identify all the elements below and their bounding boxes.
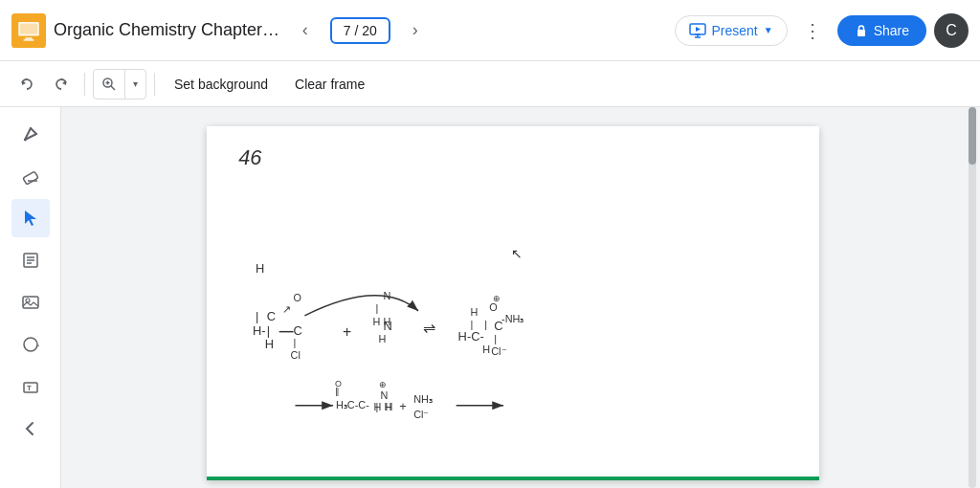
zoom-dropdown-button[interactable]: ▾ [124, 70, 145, 99]
prev-slide-button[interactable]: ‹ [288, 13, 323, 48]
main-content: • T 46 H | H- C [0, 107, 980, 488]
sidebar-pen-button[interactable] [11, 115, 50, 153]
toolbar-divider-2 [154, 73, 155, 96]
sidebar-textbox-button[interactable]: T [11, 367, 50, 406]
user-avatar[interactable]: C [934, 13, 969, 48]
undo-icon [18, 76, 35, 93]
svg-text:|: | [484, 319, 487, 330]
set-background-button[interactable]: Set background [163, 69, 279, 100]
svg-text:|: | [267, 323, 270, 338]
share-button[interactable]: Share [837, 15, 926, 46]
svg-text:⇌: ⇌ [423, 320, 435, 336]
image-icon [21, 293, 40, 312]
right-panel [965, 107, 980, 488]
svg-rect-10 [858, 30, 865, 36]
slide-area[interactable]: 46 H | H- C | H O ↗ C | Cl [61, 107, 965, 488]
present-dropdown-icon: ▼ [764, 25, 773, 35]
redo-button[interactable] [46, 69, 77, 100]
svg-text:↗: ↗ [282, 303, 291, 315]
svg-text:H-C-: H-C- [458, 329, 484, 344]
next-slide-button[interactable]: › [398, 13, 433, 48]
svg-text:H: H [379, 333, 387, 344]
svg-text:N: N [383, 319, 391, 333]
svg-rect-4 [24, 39, 34, 41]
svg-rect-21 [22, 171, 37, 185]
present-button[interactable]: Present ▼ [675, 15, 788, 46]
svg-text:H: H [256, 261, 264, 276]
svg-text:H: H [470, 306, 478, 318]
svg-text:‖: ‖ [335, 387, 340, 396]
svg-line-18 [31, 128, 36, 134]
sidebar-shape-button[interactable]: • [11, 325, 50, 364]
svg-text:Cl: Cl [291, 349, 301, 361]
svg-text:T: T [27, 384, 32, 392]
present-icon [689, 22, 706, 39]
svg-text:|: | [376, 401, 379, 412]
svg-text:•: • [37, 343, 39, 348]
select-icon [21, 209, 40, 228]
app-header: Organic Chemistry Chapter 6: An Over... … [0, 0, 980, 61]
slide-canvas[interactable]: 46 H | H- C | H O ↗ C | Cl [207, 126, 819, 480]
svg-text:|: | [376, 302, 379, 314]
svg-text:H: H [482, 344, 490, 355]
scrollbar-track [969, 107, 976, 488]
svg-text:C: C [267, 309, 276, 323]
svg-text:Cl⁻: Cl⁻ [413, 409, 429, 420]
document-title: Organic Chemistry Chapter 6: An Over... [54, 20, 280, 40]
redo-icon [53, 76, 70, 93]
svg-text:+: + [343, 323, 351, 340]
sidebar-text-button[interactable] [11, 241, 50, 279]
svg-text:NH₃: NH₃ [413, 393, 433, 405]
svg-rect-27 [23, 297, 38, 308]
toolbar-divider-1 [84, 73, 85, 96]
zoom-button[interactable] [94, 70, 124, 99]
svg-text:H-: H- [253, 323, 266, 338]
svg-text:⊕: ⊕ [493, 294, 501, 303]
svg-marker-9 [696, 27, 701, 32]
svg-text:N: N [381, 389, 389, 401]
svg-text:⊕: ⊕ [379, 380, 387, 389]
text-box-icon: T [21, 377, 40, 396]
svg-text:O: O [294, 292, 301, 303]
clear-frame-button[interactable]: Clear frame [283, 69, 376, 100]
slide-content: 46 H | H- C | H O ↗ C | Cl [207, 126, 819, 477]
lock-icon [855, 24, 868, 37]
main-toolbar: ▾ Set background Clear frame [0, 61, 980, 107]
svg-text:H₃C-C-: H₃C-C- [336, 399, 369, 410]
slides-logo [11, 13, 46, 48]
circle-shape-icon: • [21, 335, 40, 354]
svg-text:|: | [494, 333, 497, 344]
svg-text:|: | [294, 337, 297, 348]
svg-line-14 [111, 86, 115, 90]
svg-text:Cl⁻: Cl⁻ [491, 345, 506, 357]
eraser-icon [21, 166, 40, 186]
left-sidebar: • T [0, 107, 61, 488]
svg-text:C: C [294, 323, 302, 338]
svg-rect-2 [20, 23, 37, 33]
sidebar-image-button[interactable] [11, 283, 50, 322]
svg-text:H: H [265, 337, 274, 351]
svg-text:↖: ↖ [511, 246, 523, 261]
svg-text:-NH₃: -NH₃ [501, 313, 523, 324]
zoom-control: ▾ [93, 69, 146, 100]
undo-button[interactable] [11, 69, 42, 100]
sidebar-select-button[interactable] [11, 199, 50, 237]
svg-text:+: + [399, 399, 407, 413]
svg-text:|: | [256, 309, 258, 323]
sidebar-eraser-button[interactable] [11, 157, 50, 195]
more-options-button[interactable]: ⋮ [795, 13, 830, 48]
scrollbar-thumb[interactable] [969, 107, 976, 165]
svg-text:N: N [383, 290, 390, 301]
svg-point-28 [26, 299, 30, 302]
sidebar-more-button[interactable] [11, 410, 50, 448]
svg-point-29 [24, 338, 37, 351]
svg-text:H: H [385, 401, 392, 412]
slide-counter[interactable]: 7 / 20 [330, 17, 390, 44]
svg-rect-3 [25, 37, 32, 39]
share-label: Share [874, 23, 909, 38]
present-label: Present [712, 23, 758, 38]
pen-icon [21, 124, 40, 144]
notes-icon [21, 251, 40, 270]
chevron-left-icon [21, 419, 40, 438]
zoom-icon [101, 77, 117, 92]
